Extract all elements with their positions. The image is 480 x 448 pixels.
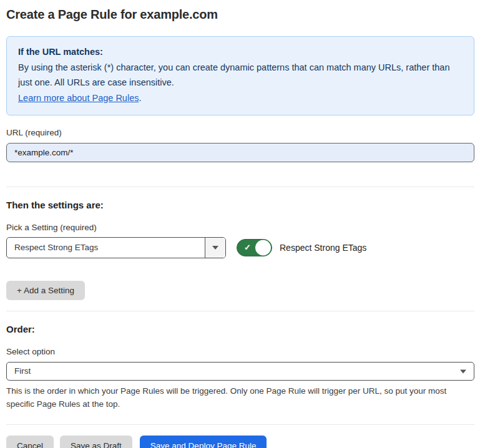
chevron-down-icon	[460, 369, 466, 373]
cancel-button[interactable]: Cancel	[6, 436, 54, 448]
save-as-draft-button[interactable]: Save as Draft	[60, 436, 132, 448]
divider	[6, 424, 474, 425]
footer-actions: Cancel Save as Draft Save and Deploy Pag…	[6, 436, 474, 448]
order-section-heading: Order:	[6, 324, 474, 334]
divider	[6, 311, 474, 311]
info-box-heading: If the URL matches:	[18, 45, 463, 60]
setting-toggle-label: Respect Strong ETags	[280, 243, 366, 253]
pick-setting-label: Pick a Setting (required)	[6, 223, 474, 232]
setting-row: Respect Strong ETags ✓ Respect Strong ET…	[6, 237, 474, 258]
url-match-info-box: If the URL matches: By using the asteris…	[6, 36, 474, 115]
order-select[interactable]: First	[6, 362, 474, 381]
setting-dropdown[interactable]: Respect Strong ETags	[6, 237, 226, 258]
order-select-label: Select option	[6, 347, 474, 356]
check-icon: ✓	[244, 243, 251, 252]
setting-toggle-group: ✓ Respect Strong ETags	[237, 239, 366, 256]
add-setting-button[interactable]: + Add a Setting	[6, 281, 85, 300]
settings-section-heading: Then the settings are:	[6, 200, 474, 210]
chevron-down-icon	[212, 246, 218, 250]
divider	[6, 187, 474, 187]
url-field-label: URL (required)	[6, 128, 474, 137]
url-input[interactable]	[6, 143, 474, 162]
info-box-body: By using the asterisk (*) character, you…	[18, 61, 455, 90]
setting-toggle-switch[interactable]: ✓	[237, 239, 272, 256]
link-suffix: .	[139, 93, 141, 103]
order-help-text: This is the order in which your Page Rul…	[6, 384, 468, 411]
create-page-rule-form: Create a Page Rule for example.com If th…	[0, 0, 480, 448]
toggle-knob	[255, 240, 271, 255]
save-and-deploy-button[interactable]: Save and Deploy Page Rule	[140, 436, 267, 448]
page-title: Create a Page Rule for example.com	[6, 7, 474, 22]
setting-dropdown-value: Respect Strong ETags	[7, 238, 205, 258]
learn-more-link[interactable]: Learn more about Page Rules	[18, 93, 139, 103]
info-box-link-row: Learn more about Page Rules.	[18, 91, 463, 106]
setting-dropdown-caret-button[interactable]	[205, 238, 225, 258]
order-select-value: First	[14, 366, 31, 376]
